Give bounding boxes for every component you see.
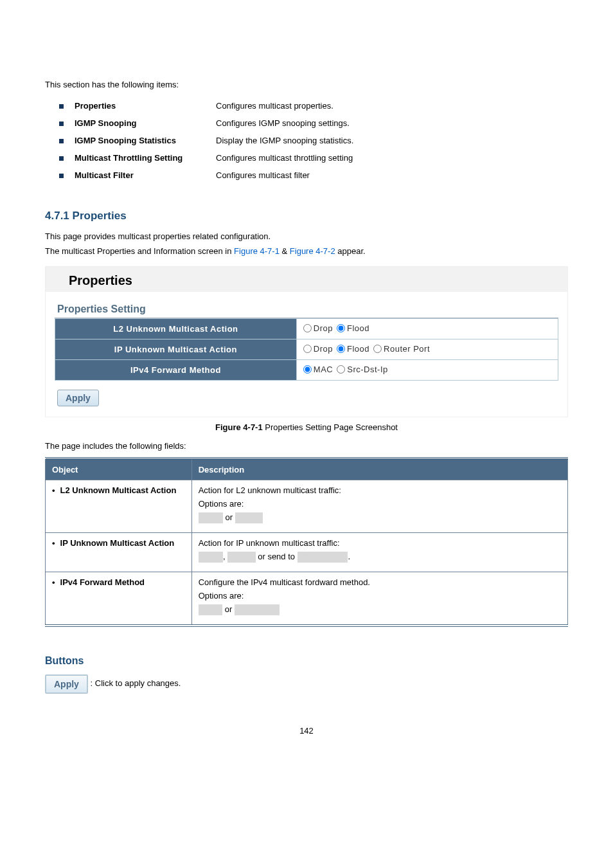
setting-label: L2 Unknown Multicast Action: [55, 319, 297, 339]
desc-options: MAC or Src-Dst-Ip: [199, 604, 561, 615]
figure-link-1[interactable]: Figure 4-7-1: [234, 246, 280, 256]
apply-button-desc: : Click to apply changes.: [91, 678, 181, 688]
item-desc: Configures multicast filter: [212, 167, 357, 184]
fields-header-object: Object: [46, 458, 192, 480]
panel-title: Properties: [46, 267, 567, 292]
table-row: IPv4 Forward MethodMACSrc-Dst-Ip: [55, 360, 558, 381]
radio-option[interactable]: MAC: [303, 365, 333, 374]
radio-option[interactable]: Router Port: [373, 344, 430, 354]
radio-option[interactable]: Drop: [303, 344, 333, 354]
fields-table: Object Description •L2 Unknown Multicast…: [45, 457, 568, 627]
radio-option[interactable]: Flood: [337, 344, 369, 354]
option-value: Src-Dst-Ip: [235, 604, 280, 615]
bullet-icon: •: [52, 538, 55, 548]
field-description: Configure the IPv4 multicast fordward me…: [191, 572, 567, 625]
bullet-icon: •: [52, 485, 55, 495]
items-list: PropertiesConfigures multicast propertie…: [51, 97, 357, 184]
radio-label: Router Port: [384, 344, 430, 354]
field-object: •IP Unknown Multicast Action: [46, 532, 192, 572]
item-name: Properties: [71, 97, 212, 114]
radio-input[interactable]: [337, 324, 345, 332]
table-row: •IPv4 Forward MethodConfigure the IPv4 m…: [46, 572, 568, 625]
radio-input[interactable]: [337, 345, 345, 353]
panel-subtitle: Properties Setting: [55, 298, 558, 318]
item-desc: Display the IGMP snooping statistics.: [212, 132, 357, 149]
field-object: •L2 Unknown Multicast Action: [46, 480, 192, 533]
square-bullet-icon: [59, 122, 64, 126]
option-value: Router port: [298, 552, 348, 563]
setting-options: DropFloodRouter Port: [296, 339, 558, 360]
body-line-1: This page provides multicast properties …: [45, 231, 568, 241]
item-desc: Configures multicast throttling setting: [212, 149, 357, 167]
fields-intro: The page includes the following fields:: [45, 441, 568, 451]
item-name: IGMP Snooping: [71, 114, 212, 132]
apply-button[interactable]: Apply: [57, 390, 99, 406]
square-bullet-icon: [59, 156, 64, 161]
item-name: Multicast Throttling Setting: [71, 149, 212, 167]
table-row: •IP Unknown Multicast ActionAction for I…: [46, 532, 568, 572]
desc-options: Drop, Flood or send to Router port.: [199, 552, 561, 563]
setting-label: IPv4 Forward Method: [55, 360, 297, 381]
option-value: Flood: [227, 552, 255, 563]
radio-label: Src-Dst-Ip: [347, 365, 388, 374]
radio-label: Drop: [314, 344, 333, 354]
option-value: Flood: [235, 512, 263, 523]
radio-input[interactable]: [303, 365, 312, 374]
radio-option[interactable]: Src-Dst-Ip: [337, 365, 388, 374]
table-row: •L2 Unknown Multicast ActionAction for L…: [46, 480, 568, 533]
desc-line: Action for L2 unknown multicast traffic:: [199, 485, 561, 495]
item-desc: Configures multicast properties.: [212, 97, 357, 114]
properties-setting-table: L2 Unknown Multicast ActionDropFloodIP U…: [55, 318, 558, 381]
field-object-name: L2 Unknown Multicast Action: [60, 485, 177, 495]
field-object-name: IPv4 Forward Method: [60, 577, 145, 587]
item-name: Multicast Filter: [71, 167, 212, 184]
page-number: 142: [45, 726, 568, 736]
table-row: L2 Unknown Multicast ActionDropFlood: [55, 319, 558, 339]
section-intro: This section has the following items:: [45, 80, 568, 89]
desc-line: Action for IP unknown multicast traffic:: [199, 538, 561, 548]
field-object-name: IP Unknown Multicast Action: [60, 538, 175, 548]
body-line-2: The multicast Properties and Information…: [45, 246, 568, 256]
table-row: IP Unknown Multicast ActionDropFloodRout…: [55, 339, 558, 360]
list-item: IGMP Snooping StatisticsDisplay the IGMP…: [51, 132, 357, 149]
figure-caption: Figure 4-7-1 Properties Setting Page Scr…: [45, 422, 568, 432]
setting-options: DropFlood: [296, 319, 558, 339]
radio-label: Drop: [314, 323, 333, 333]
radio-label: Flood: [347, 323, 369, 333]
buttons-heading: Buttons: [45, 655, 568, 667]
radio-option[interactable]: Flood: [337, 323, 369, 333]
square-bullet-icon: [59, 104, 64, 109]
setting-label: IP Unknown Multicast Action: [55, 339, 297, 360]
item-name: IGMP Snooping Statistics: [71, 132, 212, 149]
properties-screenshot: Properties Properties Setting L2 Unknown…: [45, 266, 568, 417]
option-value: MAC: [199, 604, 223, 615]
fields-header-description: Description: [191, 458, 567, 480]
field-description: Action for L2 unknown multicast traffic:…: [191, 480, 567, 533]
desc-line: Configure the IPv4 multicast fordward me…: [199, 577, 561, 587]
section-number: 4.7.1: [45, 210, 69, 222]
apply-button-inline[interactable]: Apply: [45, 674, 88, 694]
bullet-icon: •: [52, 577, 55, 587]
section-title: Properties: [73, 210, 127, 222]
radio-input[interactable]: [303, 324, 312, 332]
radio-input[interactable]: [337, 365, 345, 374]
item-desc: Configures IGMP snooping settings.: [212, 114, 357, 132]
radio-input[interactable]: [373, 345, 382, 353]
list-item: Multicast FilterConfigures multicast fil…: [51, 167, 357, 184]
desc-line: Options are:: [199, 499, 561, 509]
field-description: Action for IP unknown multicast traffic:…: [191, 532, 567, 572]
square-bullet-icon: [59, 174, 64, 178]
setting-options: MACSrc-Dst-Ip: [296, 360, 558, 381]
field-object: •IPv4 Forward Method: [46, 572, 192, 625]
option-value: Drop: [199, 512, 223, 523]
square-bullet-icon: [59, 139, 64, 143]
desc-line: Options are:: [199, 591, 561, 601]
list-item: IGMP SnoopingConfigures IGMP snooping se…: [51, 114, 357, 132]
radio-option[interactable]: Drop: [303, 323, 333, 333]
list-item: PropertiesConfigures multicast propertie…: [51, 97, 357, 114]
radio-input[interactable]: [303, 345, 312, 353]
list-item: Multicast Throttling SettingConfigures m…: [51, 149, 357, 167]
buttons-row: Apply : Click to apply changes.: [45, 674, 568, 694]
section-heading: 4.7.1 Properties: [45, 210, 568, 222]
figure-link-2[interactable]: Figure 4-7-2: [290, 246, 335, 256]
